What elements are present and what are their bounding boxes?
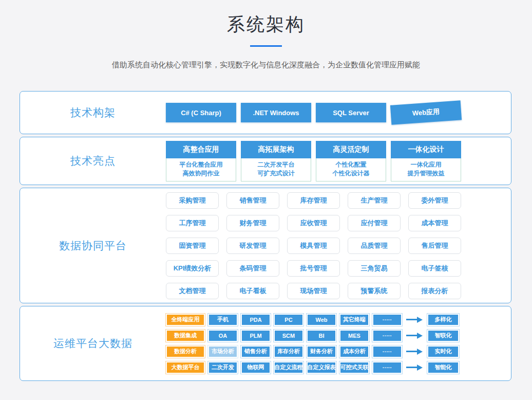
- module-button[interactable]: 生产管理: [348, 192, 401, 209]
- highlight-card-line: 个性化配置: [316, 160, 386, 169]
- highlight-card-line: 平台化整合应用: [166, 160, 236, 169]
- highlight-card[interactable]: 一体化设计一体化应用提升管理效益: [391, 141, 461, 181]
- module-button[interactable]: 研发管理: [226, 238, 279, 254]
- panel-tech-framework: 技术构架 C# (C Sharp).NET WindowsSQL ServerW…: [20, 91, 511, 134]
- ops-item-chip[interactable]: MES: [339, 330, 369, 342]
- ops-item-chip[interactable]: OA: [208, 330, 238, 342]
- module-button[interactable]: 预警系统: [348, 283, 401, 299]
- ops-item-chip[interactable]: ·····: [372, 346, 402, 358]
- panel-tech-highlights: 技术亮点 高整合应用平台化整合应用高效协同作业高拓展架构二次开发平台可扩充式设计…: [20, 137, 511, 185]
- ops-result-chip: 智能化: [427, 361, 459, 374]
- arrow-shaft: [406, 367, 417, 368]
- module-button[interactable]: 电子签核: [408, 260, 461, 277]
- ops-item-chip[interactable]: PDA: [241, 314, 271, 326]
- tech-button[interactable]: Web应用: [390, 100, 462, 124]
- module-button[interactable]: 销售管理: [226, 192, 279, 209]
- highlight-card-line: 二次开发平台: [241, 160, 311, 169]
- module-button[interactable]: 报表分析: [408, 283, 461, 299]
- highlight-card-body: 一体化应用提升管理效益: [391, 158, 461, 181]
- panel-data-platform: 数据协同平台 采购管理销售管理库存管理生产管理委外管理工序管理财务管理应收管理应…: [20, 188, 511, 303]
- ops-item-chip[interactable]: 手机: [208, 314, 238, 326]
- ops-item-chip[interactable]: 物联网: [241, 361, 271, 374]
- tech-button-list: C# (C Sharp).NET WindowsSQL ServerWeb应用: [166, 103, 461, 122]
- ops-category-chip: 大数据平台: [166, 361, 205, 374]
- ops-item-chip[interactable]: PC: [274, 314, 303, 326]
- ops-item-chip[interactable]: 市场分析: [208, 346, 238, 358]
- ops-category-chip: 数据分析: [166, 346, 205, 358]
- highlight-card-body: 平台化整合应用高效协同作业: [166, 158, 236, 181]
- ops-item-chip[interactable]: 自定义流程: [274, 361, 303, 374]
- ops-item-chip[interactable]: 其它终端: [339, 314, 369, 326]
- module-button[interactable]: 现场管理: [287, 283, 340, 299]
- module-grid: 采购管理销售管理库存管理生产管理委外管理工序管理财务管理应收管理应付管理成本管理…: [166, 192, 461, 299]
- tech-button[interactable]: SQL Server: [316, 103, 386, 122]
- ops-category-chip: 数据集成: [166, 330, 205, 342]
- ops-category-chip: 全终端应用: [166, 314, 205, 326]
- ops-result-chip: 多样化: [427, 314, 459, 326]
- ops-item-chip[interactable]: BI: [307, 330, 336, 342]
- architecture-panels: 技术构架 C# (C Sharp).NET WindowsSQL ServerW…: [20, 91, 511, 384]
- highlight-card[interactable]: 高整合应用平台化整合应用高效协同作业: [166, 141, 236, 181]
- module-button[interactable]: 三角贸易: [348, 260, 401, 277]
- module-button[interactable]: 条码管理: [226, 260, 279, 277]
- module-button[interactable]: 应收管理: [287, 215, 340, 231]
- ops-row-list: 全终端应用手机PDAPCWeb其它终端·····多样化数据集成OAPLMSCMB…: [166, 314, 459, 374]
- ops-platform-label: 运维平台大数据: [20, 336, 166, 351]
- highlight-card-title: 一体化设计: [391, 141, 461, 158]
- highlight-card[interactable]: 高拓展架构二次开发平台可扩充式设计: [241, 141, 311, 181]
- ops-item-chip[interactable]: ·····: [372, 361, 402, 374]
- ops-item-chip[interactable]: 可控式关联: [339, 361, 369, 374]
- highlight-card-title: 高拓展架构: [241, 141, 311, 158]
- ops-item-chip[interactable]: 成本分析: [339, 346, 369, 358]
- arrow-head: [417, 365, 423, 371]
- arrow-head: [417, 317, 423, 323]
- tech-button[interactable]: .NET Windows: [241, 103, 311, 122]
- module-button[interactable]: 成本管理: [408, 215, 461, 231]
- ops-result-chip: 实时化: [427, 346, 459, 358]
- highlight-card-title: 高整合应用: [166, 141, 236, 158]
- arrow-shaft: [406, 351, 417, 352]
- highlight-card-list: 高整合应用平台化整合应用高效协同作业高拓展架构二次开发平台可扩充式设计高灵活定制…: [166, 141, 461, 181]
- module-button[interactable]: 品质管理: [348, 238, 401, 254]
- module-button[interactable]: 采购管理: [166, 192, 219, 209]
- module-button[interactable]: 库存管理: [287, 192, 340, 209]
- title-underline: [250, 45, 282, 47]
- module-button[interactable]: 工序管理: [166, 215, 219, 231]
- highlight-card-line: 个性化设计器: [316, 169, 386, 178]
- module-button[interactable]: 批号管理: [287, 260, 340, 277]
- ops-item-chip[interactable]: ·····: [372, 330, 402, 342]
- highlight-card-line: 高效协同作业: [166, 169, 236, 178]
- ops-item-chip[interactable]: 销售分析: [241, 346, 271, 358]
- ops-row: 大数据平台二次开发物联网自定义流程自定义报表可控式关联·····智能化: [166, 361, 459, 374]
- arrow-shaft: [406, 319, 417, 320]
- arrow-shaft: [406, 335, 417, 336]
- module-button[interactable]: 模具管理: [287, 238, 340, 254]
- ops-row: 全终端应用手机PDAPCWeb其它终端·····多样化: [166, 314, 459, 326]
- arrow-right-icon: [406, 333, 423, 339]
- module-button[interactable]: KPI绩效分析: [166, 260, 219, 277]
- module-button[interactable]: 电子看板: [226, 283, 279, 299]
- highlight-card-line: 提升管理效益: [391, 169, 461, 178]
- tech-button[interactable]: C# (C Sharp): [166, 103, 236, 122]
- ops-item-chip[interactable]: 财务分析: [307, 346, 336, 358]
- highlight-card[interactable]: 高灵活定制个性化配置个性化设计器: [316, 141, 386, 181]
- module-button[interactable]: 售后管理: [408, 238, 461, 254]
- module-button[interactable]: 应付管理: [348, 215, 401, 231]
- ops-item-chip[interactable]: PLM: [241, 330, 271, 342]
- module-button[interactable]: 固资管理: [166, 238, 219, 254]
- arrow-head: [417, 333, 423, 339]
- ops-item-chip[interactable]: 库存分析: [274, 346, 303, 358]
- ops-item-chip[interactable]: ·····: [372, 314, 402, 326]
- page-subtitle: 借助系统自动化核心管理引擎，实现数字化与信息化深度融合，为企业数值化管理应用赋能: [0, 60, 532, 70]
- arrow-right-icon: [406, 349, 423, 355]
- module-button[interactable]: 委外管理: [408, 192, 461, 209]
- highlight-card-body: 个性化配置个性化设计器: [316, 158, 386, 181]
- ops-item-chip[interactable]: SCM: [274, 330, 303, 342]
- arrow-head: [417, 349, 423, 355]
- module-button[interactable]: 文档管理: [166, 283, 219, 299]
- highlight-card-body: 二次开发平台可扩充式设计: [241, 158, 311, 181]
- ops-item-chip[interactable]: Web: [307, 314, 336, 326]
- module-button[interactable]: 财务管理: [226, 215, 279, 231]
- ops-item-chip[interactable]: 二次开发: [208, 361, 238, 374]
- ops-item-chip[interactable]: 自定义报表: [307, 361, 336, 374]
